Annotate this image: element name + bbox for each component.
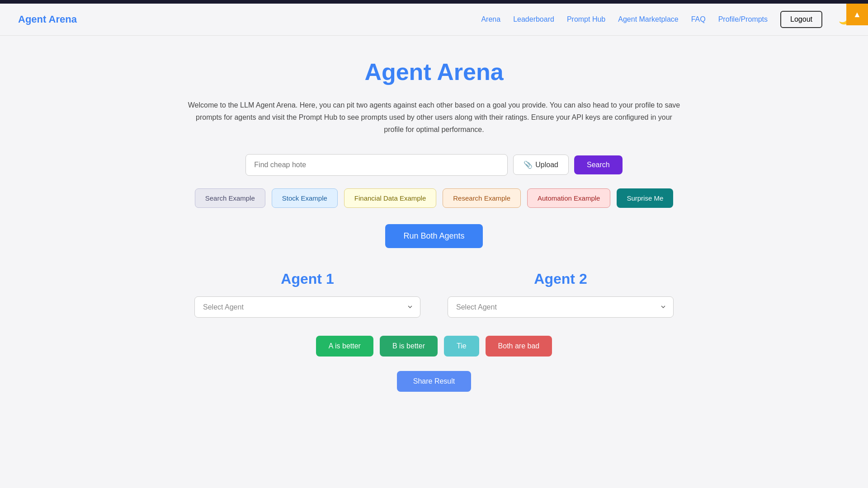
a-is-better-button[interactable]: A is better — [316, 336, 373, 357]
agents-section: Agent 1 Select Agent Agent 2 Select Agen… — [136, 271, 732, 318]
voting-row: A is better B is better Tie Both are bad — [136, 336, 732, 357]
top-bar — [0, 0, 868, 4]
paperclip-icon: 📎 — [524, 160, 533, 169]
automation-example-button[interactable]: Automation Example — [527, 188, 610, 208]
financial-data-example-button[interactable]: Financial Data Example — [344, 188, 436, 208]
agent1-select[interactable]: Select Agent — [194, 296, 420, 318]
stock-example-button[interactable]: Stock Example — [272, 188, 338, 208]
agent2-column: Agent 2 Select Agent — [448, 271, 674, 318]
tie-button[interactable]: Tie — [444, 336, 479, 357]
search-container: 📎 Upload Search — [136, 154, 732, 176]
nav-faq[interactable]: FAQ — [691, 15, 706, 23]
run-both-agents-button[interactable]: Run Both Agents — [385, 224, 482, 248]
nav-profile-prompts[interactable]: Profile/Prompts — [718, 15, 768, 23]
upload-label: Upload — [535, 161, 558, 169]
nav-prompt-hub[interactable]: Prompt Hub — [567, 15, 605, 23]
main-content: Agent Arena Welcome to the LLM Agent Are… — [118, 36, 750, 414]
nav: Arena Leaderboard Prompt Hub Agent Marke… — [481, 11, 850, 28]
corner-badge[interactable]: ▲ — [846, 4, 868, 25]
search-button[interactable]: Search — [574, 155, 623, 174]
research-example-button[interactable]: Research Example — [443, 188, 521, 208]
b-is-better-button[interactable]: B is better — [380, 336, 438, 357]
agent1-column: Agent 1 Select Agent — [194, 271, 420, 318]
agent2-title: Agent 2 — [448, 271, 674, 287]
search-example-button[interactable]: Search Example — [195, 188, 265, 208]
header: Agent Arena Arena Leaderboard Prompt Hub… — [0, 4, 868, 36]
search-input[interactable] — [245, 154, 508, 176]
surprise-me-button[interactable]: Surprise Me — [617, 188, 673, 208]
agent2-select[interactable]: Select Agent — [448, 296, 674, 318]
share-result-button[interactable]: Share Result — [397, 371, 472, 392]
nav-arena[interactable]: Arena — [481, 15, 500, 23]
page-title: Agent Arena — [136, 58, 732, 85]
logout-button[interactable]: Logout — [780, 11, 822, 28]
nav-leaderboard[interactable]: Leaderboard — [513, 15, 554, 23]
both-are-bad-button[interactable]: Both are bad — [486, 336, 552, 357]
logo[interactable]: Agent Arena — [18, 14, 77, 25]
upload-button[interactable]: 📎 Upload — [513, 155, 569, 175]
agent1-title: Agent 1 — [194, 271, 420, 287]
nav-agent-marketplace[interactable]: Agent Marketplace — [618, 15, 678, 23]
description-text: Welcome to the LLM Agent Arena. Here, yo… — [185, 99, 683, 136]
examples-row: Search Example Stock Example Financial D… — [136, 188, 732, 208]
